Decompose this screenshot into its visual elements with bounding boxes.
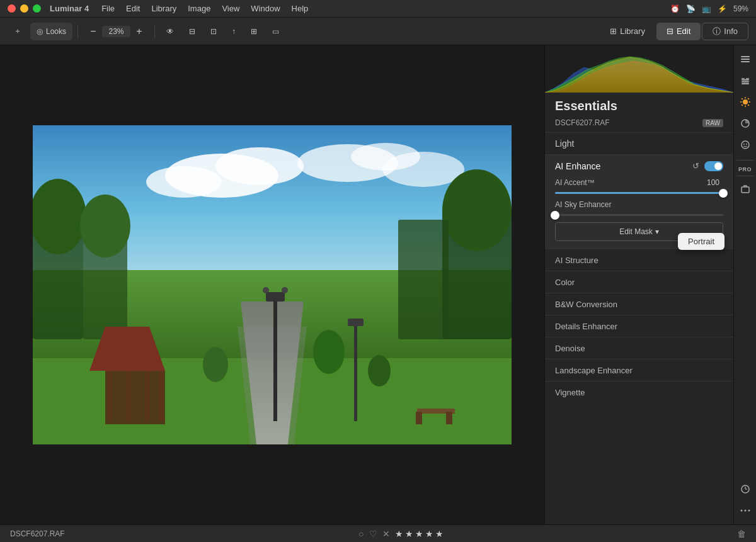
new-tab-button[interactable]: ＋ [8, 23, 28, 40]
star-3[interactable]: ★ [415, 529, 423, 539]
details-enhancer-label[interactable]: Details Enhancer [555, 322, 617, 331]
svg-rect-24 [273, 295, 277, 421]
edit-tab[interactable]: ⊟ Edit [656, 23, 701, 40]
briefcase-button[interactable] [736, 180, 754, 198]
ai-structure-section: AI Structure [545, 249, 733, 271]
ai-sky-label-row: AI Sky Enhancer [555, 200, 723, 209]
svg-rect-19 [105, 371, 165, 424]
main-area: Essentials DSCF6207.RAF RAW Light AI Enh… [0, 45, 756, 524]
zoom-controls: − 23% + [86, 24, 147, 39]
svg-point-13 [442, 169, 512, 251]
menu-window[interactable]: Window [251, 4, 280, 13]
zoom-in-button[interactable]: + [132, 24, 147, 39]
more-button[interactable] [736, 502, 754, 519]
fullscreen-button[interactable] [33, 4, 41, 13]
svg-point-61 [740, 510, 742, 512]
ai-structure-label[interactable]: AI Structure [555, 256, 598, 265]
close-button[interactable] [8, 4, 16, 13]
bw-label[interactable]: B&W Conversion [555, 300, 617, 309]
compare-button[interactable]: ⊟ [183, 23, 202, 40]
color-label[interactable]: Color [555, 278, 575, 287]
vignette-label[interactable]: Vignette [555, 388, 585, 397]
ai-sky-row: AI Sky Enhancer [555, 200, 723, 216]
edit-icon: ⊟ [667, 26, 673, 36]
canvas-area[interactable] [0, 45, 544, 524]
svg-rect-23 [159, 371, 164, 421]
x-button[interactable]: ✕ [382, 529, 390, 539]
time-machine-icon: ⏰ [670, 4, 680, 13]
svg-rect-21 [126, 371, 131, 421]
palette-button[interactable] [736, 115, 754, 132]
history-button[interactable] [736, 480, 754, 498]
info-icon: ⓘ [713, 26, 721, 37]
svg-rect-22 [145, 371, 150, 421]
ai-accent-slider[interactable] [555, 192, 723, 194]
star-rating: ★ ★ ★ ★ ★ [395, 529, 444, 539]
file-name: DSCF6207.RAF [555, 118, 610, 127]
tools-button[interactable] [736, 72, 754, 89]
color-section: Color [545, 271, 733, 293]
menu-file[interactable]: File [101, 4, 115, 13]
svg-rect-42 [742, 81, 749, 82]
status-filename: DSCF6207.RAF [10, 529, 65, 538]
bluetooth-icon: ⚡ [718, 4, 727, 13]
looks-icon: ◎ [37, 27, 43, 36]
library-tab[interactable]: ⊞ Library [600, 23, 655, 40]
svg-point-54 [742, 141, 749, 149]
looks-button[interactable]: ◎ Looks [30, 23, 72, 40]
flag-button[interactable]: ♡ [369, 529, 377, 539]
svg-point-56 [746, 144, 747, 145]
svg-rect-38 [741, 56, 750, 57]
bw-section: B&W Conversion [545, 293, 733, 315]
portrait-tooltip: Portrait [678, 233, 724, 250]
details-section: Details Enhancer [545, 315, 733, 337]
menu-help[interactable]: Help [292, 4, 309, 13]
layers-button[interactable] [736, 50, 754, 68]
preview-button[interactable]: 👁 [160, 23, 180, 40]
system-status: ⏰ 📡 📺 ⚡ 59% [670, 4, 748, 13]
sun-button[interactable] [736, 93, 754, 111]
file-info-row: DSCF6207.RAF RAW [545, 117, 733, 132]
menu-image[interactable]: Image [188, 4, 210, 13]
share-button[interactable]: ↑ [226, 23, 242, 40]
landscape-enhancer-label[interactable]: Landscape Enhancer [555, 366, 633, 375]
star-2[interactable]: ★ [405, 529, 413, 539]
portrait-button[interactable] [736, 136, 754, 154]
briefcase-icon [740, 184, 750, 194]
traffic-lights [8, 4, 41, 13]
star-1[interactable]: ★ [395, 529, 403, 539]
info-tab[interactable]: ⓘ Info [702, 23, 748, 40]
status-right: 🗑 [737, 529, 746, 539]
scene-svg [33, 125, 512, 444]
menu-view[interactable]: View [222, 4, 239, 13]
grid-button[interactable]: ⊞ [244, 23, 263, 40]
light-label[interactable]: Light [555, 138, 574, 149]
star-4[interactable]: ★ [425, 529, 433, 539]
histogram [545, 45, 733, 93]
zoom-out-button[interactable]: − [86, 24, 101, 39]
menu-edit[interactable]: Edit [126, 4, 140, 13]
crop-button[interactable]: ⊡ [204, 23, 223, 40]
svg-rect-31 [416, 412, 422, 424]
ai-enhance-toggle[interactable] [704, 161, 723, 171]
reject-button[interactable]: ○ [358, 529, 364, 539]
battery-status: 59% [733, 4, 748, 13]
ai-accent-thumb[interactable] [719, 189, 728, 198]
star-5[interactable]: ★ [435, 529, 444, 539]
delete-button[interactable]: 🗑 [737, 529, 746, 539]
menu-library[interactable]: Library [151, 4, 176, 13]
svg-rect-14 [398, 220, 449, 339]
denoise-label[interactable]: Denoise [555, 344, 585, 353]
ai-sky-thumb[interactable] [551, 211, 559, 220]
minimize-button[interactable] [20, 4, 28, 13]
ai-sky-slider[interactable] [555, 214, 723, 216]
svg-point-62 [744, 510, 746, 512]
ai-accent-track [555, 192, 723, 194]
ai-sky-track [555, 214, 723, 216]
raw-badge: RAW [702, 119, 723, 127]
ai-enhance-reset[interactable]: ↺ [691, 160, 701, 172]
side-icon-strip: PRO [733, 45, 756, 524]
svg-point-33 [313, 330, 345, 374]
fullscreen-toggle[interactable]: ▭ [266, 23, 285, 40]
menu-bar: File Edit Library Image View Window Help [101, 4, 308, 13]
